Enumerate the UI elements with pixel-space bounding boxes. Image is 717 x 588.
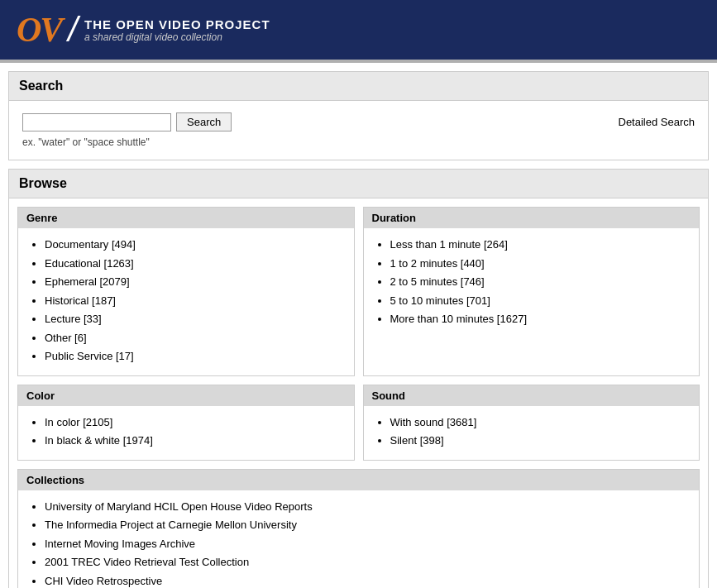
browse-section-header: Browse (9, 170, 708, 198)
list-item: In black & white [1974] (45, 433, 346, 449)
search-row: Search Detailed Search (22, 112, 695, 131)
genre-link[interactable]: Public Service [17] (45, 350, 134, 362)
duration-link[interactable]: 5 to 10 minutes [701] (390, 294, 490, 307)
list-item: 2001 TREC Video Retrieval Test Collectio… (45, 554, 691, 571)
logo-slash: / (68, 10, 78, 50)
collections-box: Collections University of Maryland HCIL … (17, 469, 700, 589)
genre-list: Documentary [494]Educational [1263]Ephem… (31, 237, 346, 365)
site-title: THE OPEN VIDEO PROJECT (84, 17, 270, 31)
list-item: Less than 1 minute [264] (390, 237, 691, 253)
sound-link[interactable]: Silent [398] (390, 434, 444, 447)
list-item: Public Service [17] (45, 348, 346, 365)
logo-letters: OV (17, 10, 61, 50)
list-item: University of Maryland HCIL Open House V… (45, 499, 691, 515)
detailed-search-link[interactable]: Detailed Search (619, 116, 695, 128)
collection-link[interactable]: 2001 TREC Video Retrieval Test Collectio… (45, 556, 249, 568)
collection-link[interactable]: Internet Moving Images Archive (45, 538, 195, 550)
collection-link[interactable]: University of Maryland HCIL Open House V… (45, 500, 313, 513)
list-item: 5 to 10 minutes [701] (390, 293, 691, 309)
genre-body: Documentary [494]Educational [1263]Ephem… (18, 228, 354, 375)
color-link[interactable]: In black & white [1974] (45, 434, 153, 447)
genre-link[interactable]: Documentary [494] (45, 238, 136, 251)
browse-section-body: Genre Documentary [494]Educational [1263… (9, 198, 708, 588)
list-item: Documentary [494] (45, 237, 346, 253)
header-divider (0, 60, 717, 63)
genre-box: Genre Documentary [494]Educational [1263… (17, 207, 355, 376)
site-subtitle: a shared digital video collection (84, 31, 270, 43)
list-item: 2 to 5 minutes [746] (390, 274, 691, 290)
duration-list: Less than 1 minute [264]1 to 2 minutes [… (377, 237, 691, 327)
color-header: Color (18, 385, 354, 406)
search-section-body: Search Detailed Search ex. "water" or "s… (9, 101, 708, 160)
color-body: In color [2105]In black & white [1974] (18, 406, 354, 460)
search-section-header: Search (9, 72, 708, 101)
sound-header: Sound (364, 385, 700, 406)
genre-link[interactable]: Lecture [33] (45, 313, 102, 325)
duration-body: Less than 1 minute [264]1 to 2 minutes [… (364, 228, 700, 338)
genre-link[interactable]: Ephemeral [2079] (45, 275, 130, 288)
list-item: With sound [3681] (390, 414, 691, 431)
genre-link[interactable]: Educational [1263] (45, 257, 134, 270)
sound-body: With sound [3681]Silent [398] (364, 406, 700, 460)
logo-tagline: THE OPEN VIDEO PROJECT a shared digital … (84, 17, 270, 43)
list-item: Educational [1263] (45, 256, 346, 272)
sound-list: With sound [3681]Silent [398] (377, 414, 691, 449)
sound-link[interactable]: With sound [3681] (390, 416, 477, 428)
duration-box: Duration Less than 1 minute [264]1 to 2 … (363, 207, 700, 376)
collection-link[interactable]: The Informedia Project at Carnegie Mello… (45, 519, 297, 531)
duration-link[interactable]: More than 10 minutes [1627] (390, 313, 528, 325)
genre-header: Genre (18, 208, 354, 228)
browse-section: Browse Genre Documentary [494]Educationa… (8, 169, 709, 588)
color-list: In color [2105]In black & white [1974] (31, 414, 346, 449)
search-button[interactable]: Search (176, 112, 232, 131)
color-link[interactable]: In color [2105] (45, 416, 112, 428)
genre-link[interactable]: Other [6] (45, 332, 87, 344)
sound-box: Sound With sound [3681]Silent [398] (363, 385, 700, 461)
list-item: In color [2105] (45, 414, 346, 431)
list-item: Lecture [33] (45, 311, 346, 327)
duration-header: Duration (364, 208, 700, 228)
collections-header: Collections (18, 470, 699, 490)
search-hint: ex. "water" or "space shuttle" (22, 136, 695, 148)
site-header: OV / THE OPEN VIDEO PROJECT a shared dig… (0, 0, 717, 60)
list-item: Internet Moving Images Archive (45, 536, 691, 552)
list-item: Other [6] (45, 330, 346, 347)
duration-link[interactable]: Less than 1 minute [264] (390, 238, 508, 251)
search-input[interactable] (22, 113, 171, 131)
color-box: Color In color [2105]In black & white [1… (17, 385, 355, 461)
collections-body: University of Maryland HCIL Open House V… (18, 490, 699, 589)
list-item: The Informedia Project at Carnegie Mello… (45, 517, 691, 533)
duration-link[interactable]: 2 to 5 minutes [746] (390, 275, 485, 288)
browse-middle-grid: Color In color [2105]In black & white [1… (17, 385, 700, 461)
list-item: Historical [187] (45, 293, 346, 309)
browse-top-grid: Genre Documentary [494]Educational [1263… (17, 207, 700, 376)
list-item: More than 10 minutes [1627] (390, 311, 691, 327)
duration-link[interactable]: 1 to 2 minutes [440] (390, 257, 485, 270)
list-item: Silent [398] (390, 433, 691, 449)
collection-link[interactable]: CHI Video Retrospective (45, 575, 162, 587)
list-item: Ephemeral [2079] (45, 274, 346, 290)
list-item: 1 to 2 minutes [440] (390, 256, 691, 272)
genre-link[interactable]: Historical [187] (45, 294, 116, 307)
collections-list: University of Maryland HCIL Open House V… (31, 499, 691, 589)
search-controls: Search (22, 112, 232, 131)
list-item: CHI Video Retrospective (45, 573, 691, 589)
search-section: Search Search Detailed Search ex. "water… (8, 71, 709, 160)
